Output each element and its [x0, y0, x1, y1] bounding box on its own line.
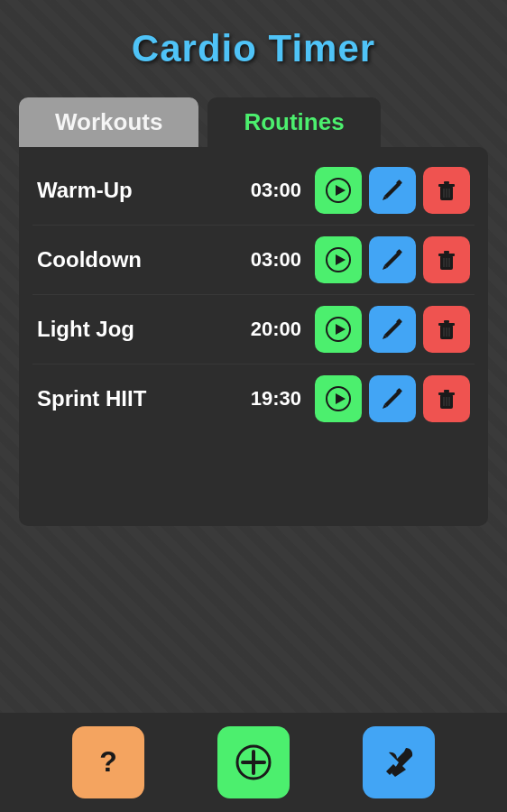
- tabs-container: Workouts Routines: [19, 97, 488, 147]
- edit-icon: [380, 317, 405, 342]
- add-button[interactable]: [217, 726, 290, 798]
- bottom-bar: ?: [0, 713, 507, 812]
- svg-rect-23: [444, 320, 449, 323]
- trash-icon: [434, 178, 459, 203]
- main-panel: Warm-Up 03:00: [19, 147, 488, 526]
- play-button-0[interactable]: [315, 167, 362, 214]
- workout-name: Sprint HIIT: [37, 386, 238, 411]
- svg-rect-14: [444, 251, 449, 254]
- workout-row: Sprint HIIT 19:30: [32, 364, 475, 433]
- workout-row: Light Jog 20:00: [32, 295, 475, 364]
- workout-row: Warm-Up 03:00: [32, 156, 475, 226]
- workout-time: 19:30: [238, 387, 301, 411]
- play-button-1[interactable]: [315, 236, 362, 283]
- play-icon: [326, 178, 351, 203]
- tab-routines[interactable]: Routines: [207, 97, 380, 147]
- edit-button-1[interactable]: [369, 236, 416, 283]
- edit-icon: [380, 386, 405, 411]
- action-buttons: [315, 375, 470, 422]
- svg-rect-32: [444, 390, 449, 392]
- edit-button-0[interactable]: [369, 167, 416, 214]
- action-buttons: [315, 167, 470, 214]
- svg-rect-22: [438, 323, 455, 326]
- app-title: Cardio Timer: [132, 27, 375, 70]
- svg-marker-1: [336, 185, 346, 196]
- edit-button-2[interactable]: [369, 306, 416, 353]
- workout-row: Cooldown 03:00: [32, 226, 475, 295]
- play-icon: [326, 317, 351, 342]
- play-button-2[interactable]: [315, 306, 362, 353]
- svg-marker-19: [336, 324, 346, 335]
- action-buttons: [315, 236, 470, 283]
- trash-icon: [434, 317, 459, 342]
- workout-time: 20:00: [238, 318, 301, 341]
- delete-button-1[interactable]: [423, 236, 470, 283]
- delete-button-3[interactable]: [423, 375, 470, 422]
- play-button-3[interactable]: [315, 375, 362, 422]
- workout-name: Light Jog: [37, 317, 238, 342]
- svg-rect-31: [438, 392, 455, 395]
- svg-rect-5: [444, 181, 449, 184]
- help-button[interactable]: ?: [72, 726, 144, 798]
- svg-rect-13: [438, 254, 455, 256]
- wrench-icon: [379, 743, 419, 782]
- svg-marker-10: [336, 254, 346, 265]
- trash-icon: [434, 386, 459, 411]
- play-icon: [326, 247, 351, 272]
- action-buttons: [315, 306, 470, 353]
- trash-icon: [434, 247, 459, 272]
- workout-time: 03:00: [238, 179, 301, 202]
- delete-button-2[interactable]: [423, 306, 470, 353]
- settings-button[interactable]: [363, 726, 435, 798]
- add-icon: [234, 743, 273, 782]
- workout-time: 03:00: [238, 248, 301, 272]
- tab-workouts[interactable]: Workouts: [19, 97, 198, 147]
- svg-text:?: ?: [100, 745, 118, 778]
- workout-name: Cooldown: [37, 247, 238, 272]
- edit-button-3[interactable]: [369, 375, 416, 422]
- svg-rect-4: [438, 184, 455, 187]
- play-icon: [326, 386, 351, 411]
- help-icon: ?: [88, 743, 128, 782]
- edit-icon: [380, 247, 405, 272]
- delete-button-0[interactable]: [423, 167, 470, 214]
- workout-name: Warm-Up: [37, 178, 238, 203]
- svg-marker-28: [336, 393, 346, 404]
- edit-icon: [380, 178, 405, 203]
